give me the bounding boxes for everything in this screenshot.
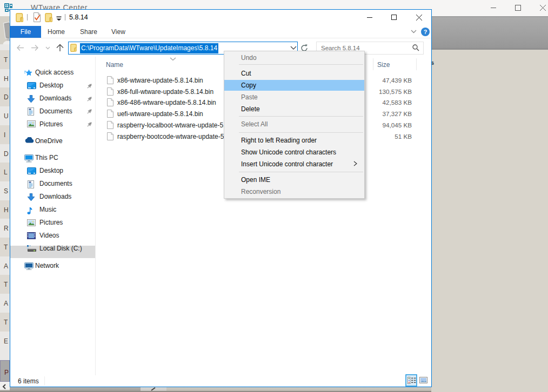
svg-text:?: ? <box>424 29 427 35</box>
